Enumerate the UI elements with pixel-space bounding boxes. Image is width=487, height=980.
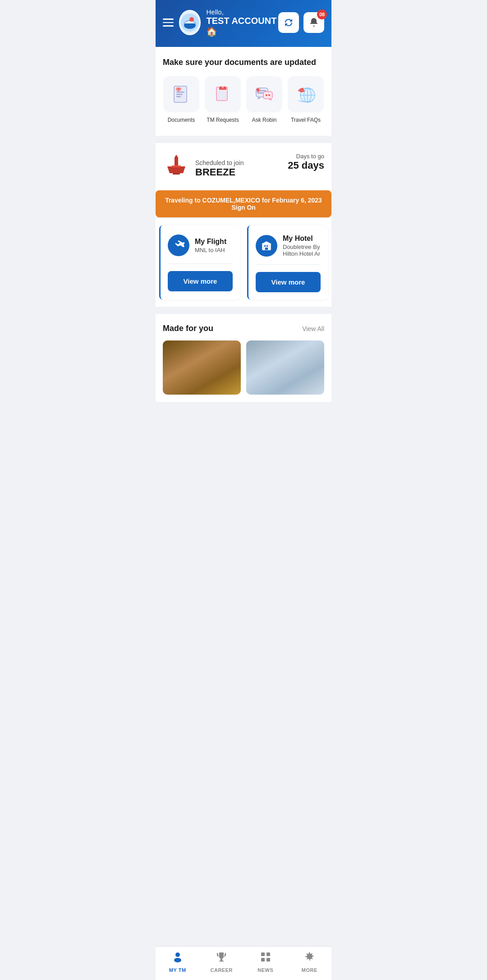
grid-icon xyxy=(260,951,271,966)
doc-item-documents[interactable]: Documents xyxy=(163,76,200,123)
svg-rect-16 xyxy=(263,92,272,99)
svg-rect-31 xyxy=(173,173,180,175)
svg-marker-29 xyxy=(175,155,178,157)
made-for-you-section: Made for you View All xyxy=(156,314,331,402)
hotel-view-more-button[interactable]: View more xyxy=(256,272,321,292)
header-left: Hello, TEST ACCOUNT 🏠 xyxy=(163,8,278,37)
flight-view-more-button[interactable]: View more xyxy=(168,271,233,291)
nav-label-more: MORE xyxy=(302,967,317,973)
hotel-icon xyxy=(256,235,277,257)
nav-item-my-tm[interactable]: MY TM xyxy=(156,951,200,973)
svg-rect-42 xyxy=(261,952,265,956)
ship-text: Scheduled to join BREEZE xyxy=(195,159,244,178)
nav-item-career[interactable]: CAREER xyxy=(200,951,244,973)
svg-rect-36 xyxy=(265,248,268,250)
header-right: 08 xyxy=(278,12,324,33)
svg-point-18 xyxy=(268,94,270,96)
documents-grid: Documents TM Requests xyxy=(163,76,324,123)
schedule-header: Scheduled to join BREEZE Days to go 25 d… xyxy=(163,153,324,184)
ask-robin-icon xyxy=(246,76,282,112)
flight-title: My Flight xyxy=(195,238,226,246)
app-header: Hello, TEST ACCOUNT 🏠 08 xyxy=(156,0,331,47)
doc-label-ask-robin: Ask Robin xyxy=(252,117,277,123)
ship-icon xyxy=(163,153,190,184)
svg-rect-43 xyxy=(266,952,270,956)
svg-rect-6 xyxy=(176,96,181,97)
svg-point-38 xyxy=(175,952,180,957)
svg-marker-37 xyxy=(262,241,271,244)
svg-rect-30 xyxy=(172,166,181,167)
flight-card-text: My Flight MNL to IAH xyxy=(195,238,226,253)
notification-button[interactable]: 08 xyxy=(303,12,324,33)
documents-icon xyxy=(163,76,199,112)
svg-rect-34 xyxy=(264,245,266,247)
svg-point-12 xyxy=(222,87,224,88)
days-info: Days to go 25 days xyxy=(288,153,324,171)
svg-rect-45 xyxy=(266,958,270,962)
flight-icon xyxy=(168,235,189,256)
doc-item-travel-faqs[interactable]: Travel FAQs xyxy=(287,76,324,123)
doc-label-travel-faqs: Travel FAQs xyxy=(291,117,321,123)
made-card-1[interactable] xyxy=(163,340,241,395)
svg-rect-21 xyxy=(257,91,258,93)
doc-label-tm-requests: TM Requests xyxy=(207,117,239,123)
nav-label-news: NEWS xyxy=(257,967,273,973)
made-for-you-title: Made for you xyxy=(163,324,213,333)
made-for-you-header: Made for you View All xyxy=(163,324,324,333)
hotel-card: My Hotel Doubletree By Hilton Hotel Ar V… xyxy=(247,225,328,299)
person-icon xyxy=(172,951,184,966)
avatar-image xyxy=(180,11,200,34)
flight-card-header: My Flight MNL to IAH xyxy=(168,235,233,256)
nav-item-news[interactable]: NEWS xyxy=(244,951,288,973)
flight-card: My Flight MNL to IAH View more xyxy=(159,225,240,299)
travel-faqs-icon xyxy=(288,76,324,112)
svg-rect-40 xyxy=(221,959,222,961)
gear-icon xyxy=(303,951,315,966)
documents-section: Make sure your documents are updated Doc… xyxy=(156,47,331,136)
nav-item-more[interactable]: MORE xyxy=(288,951,332,973)
flight-subtitle: MNL to IAH xyxy=(195,247,226,253)
doc-label-documents: Documents xyxy=(168,117,195,123)
account-name: TEST ACCOUNT 🏠 xyxy=(206,16,278,37)
ship-name: BREEZE xyxy=(195,166,244,178)
bottom-nav: MY TM CAREER NEWS xyxy=(156,946,331,980)
svg-rect-35 xyxy=(266,245,268,247)
svg-rect-15 xyxy=(258,92,263,94)
svg-point-8 xyxy=(178,88,180,90)
made-card-2[interactable] xyxy=(246,340,324,395)
notification-badge: 08 xyxy=(317,9,327,19)
days-label: Days to go xyxy=(288,153,324,160)
documents-title: Make sure your documents are updated xyxy=(163,58,324,67)
svg-rect-41 xyxy=(219,961,224,962)
join-label: Scheduled to join xyxy=(195,159,244,166)
doc-item-ask-robin[interactable]: Ask Robin xyxy=(246,76,283,123)
nav-label-my-tm: MY TM xyxy=(169,967,186,973)
made-cards xyxy=(163,340,324,395)
trophy-icon xyxy=(216,951,227,966)
svg-marker-27 xyxy=(167,166,185,173)
hello-text: Hello, xyxy=(206,8,278,16)
tm-requests-icon xyxy=(205,76,241,112)
greeting-block: Hello, TEST ACCOUNT 🏠 xyxy=(206,8,278,37)
travel-cards: My Flight MNL to IAH View more xyxy=(156,217,331,307)
days-count: 25 days xyxy=(288,160,324,171)
doc-item-tm-requests[interactable]: TM Requests xyxy=(204,76,241,123)
hotel-card-text: My Hotel Doubletree By Hilton Hotel Ar xyxy=(283,235,321,257)
hotel-title: My Hotel xyxy=(283,235,321,243)
svg-point-39 xyxy=(174,958,181,962)
svg-rect-44 xyxy=(261,958,265,962)
ship-info: Scheduled to join BREEZE xyxy=(163,153,244,184)
hotel-subtitle: Doubletree By Hilton Hotel Ar xyxy=(283,244,321,257)
refresh-button[interactable] xyxy=(278,12,299,33)
nav-label-career: CAREER xyxy=(211,967,233,973)
travel-banner: Traveling to COZUMEL,MEXICO for February… xyxy=(156,190,331,217)
avatar xyxy=(179,10,201,35)
svg-point-17 xyxy=(266,94,267,96)
view-all-link[interactable]: View All xyxy=(302,325,324,332)
svg-rect-9 xyxy=(178,90,179,92)
menu-button[interactable] xyxy=(163,18,174,27)
svg-rect-4 xyxy=(176,92,184,93)
schedule-section: Scheduled to join BREEZE Days to go 25 d… xyxy=(156,143,331,307)
svg-rect-5 xyxy=(176,94,183,95)
hotel-card-header: My Hotel Doubletree By Hilton Hotel Ar xyxy=(256,235,321,257)
